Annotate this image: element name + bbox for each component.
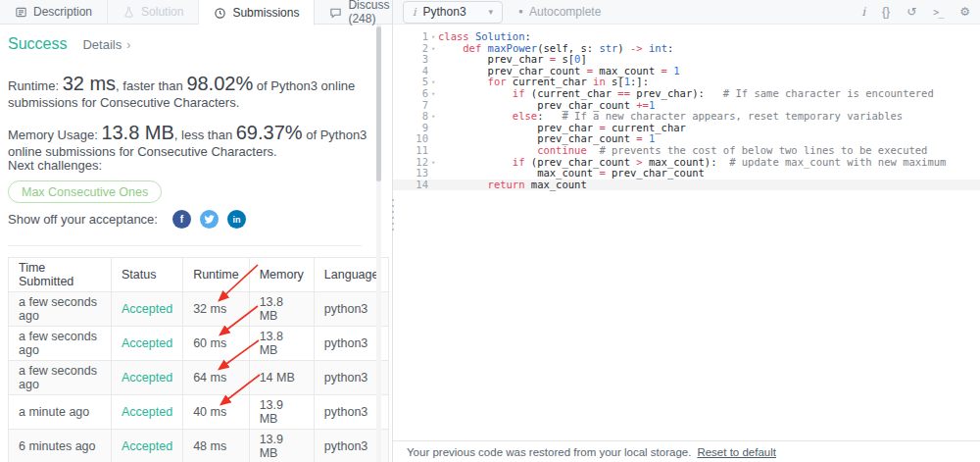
challenge-button[interactable]: Max Consecutive Ones bbox=[8, 180, 162, 203]
table-row[interactable]: 6 minutes agoAccepted48 ms13.9 MBpython3 bbox=[9, 430, 389, 462]
clock-icon bbox=[214, 7, 226, 20]
chevron-right-icon: › bbox=[126, 38, 130, 52]
table-cell: 13.8 MB bbox=[249, 292, 314, 327]
tab-discuss[interactable]: Discuss (248) bbox=[315, 0, 404, 24]
info-icon[interactable]: i bbox=[861, 5, 865, 19]
fold-spacer bbox=[428, 123, 438, 134]
code-toolbar: i Python3 ▾ ● Autocomplete i{}↺>_⚙ bbox=[393, 0, 980, 25]
facebook-icon[interactable]: f bbox=[172, 210, 191, 229]
next-challenges-label: Next challenges: bbox=[8, 158, 102, 173]
fold-arrow-icon[interactable]: ▾ bbox=[428, 111, 438, 123]
language-select[interactable]: i Python3 ▾ bbox=[403, 1, 503, 24]
table-cell: 60 ms bbox=[183, 327, 250, 361]
table-cell: 13.9 MB bbox=[249, 430, 314, 462]
table-cell: a few seconds ago bbox=[9, 327, 112, 361]
reset-icon[interactable]: ↺ bbox=[906, 5, 916, 19]
fold-arrow-icon[interactable]: ▾ bbox=[428, 43, 438, 55]
tab-label: Submissions bbox=[232, 6, 299, 20]
table-cell: 13.8 MB bbox=[249, 327, 314, 361]
table-row[interactable]: a minute agoAccepted40 ms13.9 MBpython3 bbox=[9, 395, 389, 430]
table-cell: 6 minutes ago bbox=[9, 430, 112, 462]
table-cell: Accepted bbox=[112, 430, 183, 462]
fold-spacer bbox=[428, 168, 438, 180]
details-link[interactable]: Details› bbox=[82, 37, 130, 52]
table-header-cell: Memory bbox=[249, 258, 314, 292]
share-label: Show off your acceptance: bbox=[8, 212, 158, 227]
restored-message: Your previous code was restored from you… bbox=[407, 446, 691, 458]
table-cell: a minute ago bbox=[9, 395, 112, 430]
linkedin-icon[interactable]: in bbox=[227, 210, 246, 229]
settings-icon[interactable]: ⚙ bbox=[959, 5, 970, 19]
twitter-icon[interactable] bbox=[200, 210, 219, 229]
table-cell: a few seconds ago bbox=[9, 292, 112, 327]
autocomplete-label: Autocomplete bbox=[529, 5, 601, 19]
editor-statusbar: Your previous code was restored from you… bbox=[393, 440, 980, 462]
language-select-value: Python3 bbox=[423, 5, 466, 19]
table-cell: 14 MB bbox=[249, 361, 314, 395]
line-number: 8 bbox=[393, 111, 428, 123]
table-cell: a few seconds ago bbox=[9, 361, 112, 395]
panel-resize-handle[interactable] bbox=[390, 199, 395, 231]
fold-spacer bbox=[428, 133, 438, 145]
tab-solution[interactable]: Solution bbox=[108, 0, 199, 24]
fold-arrow-icon[interactable]: ▾ bbox=[428, 77, 438, 88]
chevron-down-icon: ▾ bbox=[489, 7, 494, 17]
submissions-table: Time SubmittedStatusRuntimeMemoryLanguag… bbox=[8, 257, 389, 462]
memory-percent: 69.37% bbox=[236, 122, 303, 143]
line-number: 13 bbox=[393, 168, 428, 180]
table-row[interactable]: a few seconds agoAccepted60 ms13.8 MBpyt… bbox=[9, 327, 389, 361]
table-cell: 40 ms bbox=[183, 395, 250, 430]
fold-arrow-icon[interactable]: ▾ bbox=[428, 157, 438, 169]
autocomplete-toggle[interactable]: ● Autocomplete bbox=[518, 5, 601, 19]
table-cell: Accepted bbox=[112, 327, 183, 361]
reset-to-default-link[interactable]: Reset to default bbox=[697, 446, 776, 458]
fold-arrow-icon[interactable]: ▾ bbox=[428, 88, 438, 100]
fold-spacer bbox=[428, 54, 438, 66]
fold-spacer bbox=[428, 145, 438, 157]
table-row[interactable]: a few seconds agoAccepted64 ms14 MBpytho… bbox=[9, 361, 389, 395]
table-cell: 32 ms bbox=[183, 292, 250, 327]
submission-result-panel: Success Details› Runtime: 32 ms, faster … bbox=[0, 25, 392, 462]
table-cell: 48 ms bbox=[183, 430, 250, 462]
fold-spacer bbox=[428, 66, 438, 77]
language-info-icon: i bbox=[413, 6, 416, 19]
autocomplete-dot-icon: ● bbox=[518, 8, 523, 16]
line-number: 11 bbox=[393, 145, 428, 157]
line-number: 14 bbox=[393, 180, 428, 191]
code-line[interactable]: 14 return max_count bbox=[393, 180, 980, 191]
runtime-percent: 98.02% bbox=[186, 73, 253, 94]
chat-icon bbox=[329, 6, 342, 19]
memory-value: 13.8 MB bbox=[101, 122, 173, 143]
line-number: 6 bbox=[393, 88, 428, 100]
tab-label: Discuss (248) bbox=[348, 0, 389, 26]
runtime-summary: Runtime: 32 ms, faster than 98.02% of Py… bbox=[8, 74, 370, 111]
description-icon bbox=[15, 6, 27, 19]
table-header-cell: Status bbox=[112, 258, 183, 292]
tab-label: Description bbox=[33, 5, 92, 19]
tab-submissions[interactable]: Submissions bbox=[199, 0, 315, 26]
console-icon[interactable]: >_ bbox=[933, 7, 943, 18]
memory-summary: Memory Usage: 13.8 MB, less than 69.37% … bbox=[8, 123, 370, 160]
table-cell: Accepted bbox=[112, 361, 183, 395]
fold-spacer bbox=[428, 100, 438, 112]
braces-icon[interactable]: {} bbox=[882, 5, 890, 19]
table-cell: 64 ms bbox=[183, 361, 250, 395]
fold-arrow-icon[interactable]: ▾ bbox=[428, 31, 438, 43]
table-header-cell: Runtime bbox=[183, 258, 250, 292]
table-cell: Accepted bbox=[112, 292, 183, 327]
flask-icon bbox=[122, 6, 135, 19]
tab-description[interactable]: Description bbox=[0, 0, 108, 24]
code-editor[interactable]: 1▾class Solution:2▾ def maxPower(self, s… bbox=[393, 25, 980, 440]
table-cell: Accepted bbox=[112, 395, 183, 430]
divider bbox=[8, 245, 362, 246]
table-row[interactable]: a few seconds agoAccepted32 ms13.8 MBpyt… bbox=[9, 292, 389, 327]
code-text: return max_count bbox=[438, 180, 587, 191]
fold-spacer bbox=[428, 180, 438, 191]
table-cell: 13.9 MB bbox=[249, 395, 314, 430]
editor-toolbar-icons: i{}↺>_⚙ bbox=[861, 5, 970, 19]
table-header-cell: Time Submitted bbox=[9, 258, 112, 292]
runtime-value: 32 ms bbox=[63, 73, 116, 94]
tab-bar: Description Solution Submissions Discuss… bbox=[0, 0, 392, 25]
tab-label: Solution bbox=[141, 5, 183, 19]
left-scrollbar-thumb[interactable] bbox=[376, 26, 381, 181]
